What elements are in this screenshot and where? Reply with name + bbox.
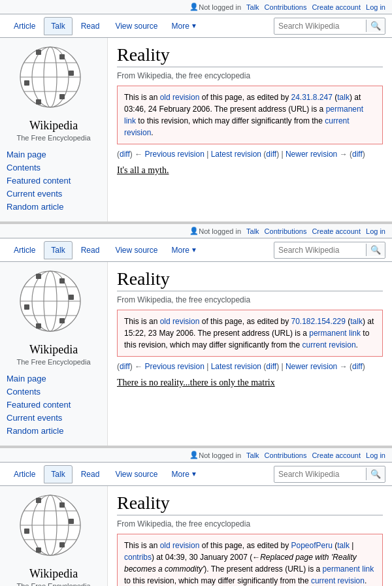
ip-link-3[interactable]: PopeofPeru: [291, 541, 332, 550]
tab-view-source-2[interactable]: View source: [108, 241, 165, 259]
talk-link-rev-1[interactable]: talk: [337, 93, 350, 102]
svg-rect-9: [69, 71, 74, 76]
search-input-1[interactable]: [274, 20, 366, 32]
login-link-top[interactable]: Log in: [366, 3, 385, 11]
contributions-link-top-3[interactable]: Contributions: [265, 451, 307, 459]
nav-more-3[interactable]: More ▼: [167, 466, 203, 483]
diff-link-1c[interactable]: diff: [352, 150, 363, 159]
old-revision-link-2[interactable]: old revision: [160, 317, 200, 326]
sidebar-item-contents-2[interactable]: Contents: [7, 387, 41, 397]
svg-rect-7: [36, 50, 41, 55]
search-input-2[interactable]: [274, 244, 366, 256]
tab-article-2[interactable]: Article: [7, 241, 42, 259]
create-account-link-top-3[interactable]: Create account: [312, 451, 361, 459]
tab-view-source-3[interactable]: View source: [108, 465, 165, 483]
diff-link-1b[interactable]: diff: [266, 150, 276, 159]
login-link-top-3[interactable]: Log in: [366, 451, 385, 459]
search-button-1[interactable]: 🔍: [366, 20, 385, 32]
latest-rev-link-2[interactable]: Latest revision: [211, 362, 261, 371]
talk-link-top-2[interactable]: Talk: [246, 227, 259, 235]
login-link-top-2[interactable]: Log in: [366, 227, 385, 235]
diff-link-1[interactable]: diff: [120, 150, 130, 159]
diff-link-2[interactable]: diff: [120, 362, 130, 371]
svg-rect-35: [69, 519, 74, 524]
sidebar-item-current-events-2[interactable]: Current events: [7, 413, 62, 423]
diff-link-2b[interactable]: diff: [266, 362, 276, 371]
more-label-3: More: [172, 470, 189, 479]
page-title-2: Reality: [117, 269, 383, 291]
tab-article-3[interactable]: Article: [7, 465, 42, 483]
diff-link-2c[interactable]: diff: [352, 362, 363, 371]
talk-link-rev-3[interactable]: talk: [337, 541, 350, 550]
nav-bar-3: Article Talk Read View source More ▼ 🔍: [0, 463, 392, 486]
svg-rect-11: [36, 99, 41, 105]
tab-read-2[interactable]: Read: [74, 241, 107, 259]
svg-rect-34: [59, 502, 65, 508]
article-text-1: It's all a myth.: [117, 165, 383, 176]
newer-rev-link-2[interactable]: Newer revision: [286, 362, 337, 371]
contributions-link-top[interactable]: Contributions: [265, 3, 307, 11]
newer-rev-link-1[interactable]: Newer revision: [286, 150, 337, 159]
search-button-3[interactable]: 🔍: [366, 468, 385, 480]
sidebar-item-random-2[interactable]: Random article: [7, 426, 63, 436]
nav-more-1[interactable]: More ▼: [167, 18, 203, 35]
wiki-instance-2: 👤 Not logged in Talk Contributions Creat…: [0, 224, 392, 448]
chevron-down-icon-3: ▼: [191, 470, 197, 478]
tab-view-source-1[interactable]: View source: [108, 17, 165, 35]
revision-end-2: .: [356, 340, 358, 350]
current-rev-link-2[interactable]: current revision: [302, 340, 356, 350]
nav-bar-1: Article Talk Read View source More ▼ 🔍: [0, 14, 392, 38]
svg-rect-10: [59, 94, 65, 99]
revision-end-3: .: [365, 576, 367, 585]
tab-read-1[interactable]: Read: [74, 17, 107, 35]
talk-link-top-3[interactable]: Talk: [246, 451, 259, 459]
svg-rect-36: [59, 542, 65, 547]
wiki-instance-3: 👤 Not logged in Talk Contributions Creat…: [0, 448, 392, 586]
more-label-1: More: [172, 22, 189, 31]
sidebar-item-random-1[interactable]: Random article: [7, 202, 63, 212]
create-account-link-top-2[interactable]: Create account: [312, 227, 361, 235]
from-wiki-1: From Wikipedia, the free encyclopedia: [117, 71, 383, 80]
search-input-3[interactable]: [274, 468, 366, 480]
not-logged-in-icon-3: 👤: [189, 451, 199, 459]
ip-link-2[interactable]: 70.182.154.229: [291, 317, 345, 326]
tab-talk-2[interactable]: Talk: [44, 241, 72, 259]
wiki-subtitle-sidebar-1: The Free Encyclopedia: [7, 134, 101, 142]
old-revision-link-1[interactable]: old revision: [160, 93, 200, 102]
contributions-link-top-2[interactable]: Contributions: [265, 227, 307, 235]
contribs-link-rev-3[interactable]: contribs: [124, 553, 152, 562]
tab-talk-3[interactable]: Talk: [44, 465, 72, 483]
sidebar-item-main-page-2[interactable]: Main page: [7, 374, 46, 383]
perm-link-3[interactable]: permanent link: [323, 564, 374, 574]
sidebar-item-current-events-1[interactable]: Current events: [7, 189, 62, 199]
create-account-link-top[interactable]: Create account: [312, 3, 361, 11]
prev-rev-link-1[interactable]: Previous revision: [144, 150, 204, 159]
sidebar-item-contents-1[interactable]: Contents: [7, 163, 41, 172]
revision-text-before-3: This is an: [124, 541, 160, 550]
article-text-2: There is no reality...there is only the …: [117, 378, 383, 388]
tab-article-1[interactable]: Article: [7, 17, 42, 35]
latest-rev-link-1[interactable]: Latest revision: [211, 150, 261, 159]
search-button-2[interactable]: 🔍: [366, 244, 385, 256]
old-revision-link-3[interactable]: old revision: [160, 541, 200, 550]
svg-rect-22: [69, 295, 74, 300]
prev-rev-link-2[interactable]: Previous revision: [144, 362, 204, 371]
nav-more-2[interactable]: More ▼: [167, 242, 203, 259]
sidebar-item-main-page-1[interactable]: Main page: [7, 150, 46, 159]
perm-link-2[interactable]: permanent link: [309, 329, 361, 338]
current-rev-link-3[interactable]: current revision: [311, 576, 365, 585]
talk-link-rev-2[interactable]: talk: [350, 317, 363, 326]
top-bar-3: 👤 Not logged in Talk Contributions Creat…: [0, 448, 392, 463]
sidebar-item-featured-2[interactable]: Featured content: [7, 400, 71, 410]
tab-read-3[interactable]: Read: [74, 465, 107, 483]
talk-link-top[interactable]: Talk: [246, 3, 259, 11]
sidebar-item-featured-1[interactable]: Featured content: [7, 176, 71, 186]
ip-link-1[interactable]: 24.31.8.247: [291, 93, 332, 102]
tab-talk-1[interactable]: Talk: [44, 17, 72, 35]
not-logged-in-text: Not logged in: [199, 3, 241, 11]
revision-date-3: at 04:39, 30 January 2007 (←Replaced pag…: [124, 553, 357, 574]
page-title-1: Reality: [117, 44, 383, 67]
revision-box-3: This is an old revision of this page, as…: [117, 534, 383, 586]
not-logged-in-text-3: Not logged in: [199, 451, 241, 459]
svg-rect-12: [24, 80, 29, 86]
